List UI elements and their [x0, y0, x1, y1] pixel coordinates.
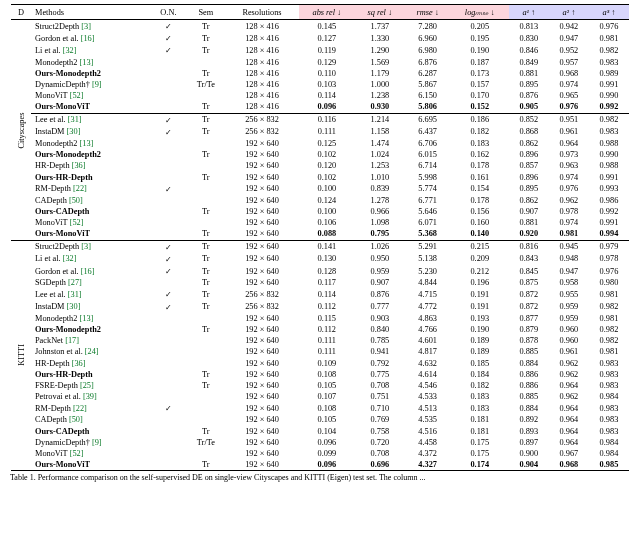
hdr-absrel: abs rel ↓	[299, 5, 355, 20]
metric-cell: 0.184	[451, 369, 509, 380]
cell-res: 192 × 640	[225, 195, 298, 206]
metric-cell: 0.152	[451, 101, 509, 113]
cell-sem: Tr	[186, 44, 225, 56]
metric-cell: 0.162	[451, 149, 509, 160]
table-row: Ours-CADepthTr192 × 6400.1040.7584.5160.…	[11, 426, 629, 437]
citation: [3]	[81, 22, 91, 31]
metric-cell: 1.010	[355, 171, 405, 182]
metric-cell: 0.960	[549, 324, 589, 335]
cell-on	[150, 313, 186, 324]
table-row: Gordon et al. [16]✓Tr192 × 6400.1280.959…	[11, 265, 629, 277]
metric-cell: 0.967	[549, 448, 589, 459]
citation: [16]	[81, 34, 95, 43]
cell-on: ✓	[150, 183, 186, 195]
metric-cell: 0.942	[549, 20, 589, 33]
metric-cell: 0.096	[299, 459, 355, 471]
metric-cell: 1.253	[355, 160, 405, 171]
metric-cell: 1.474	[355, 138, 405, 149]
cell-res: 192 × 640	[225, 391, 298, 402]
cell-on	[150, 160, 186, 171]
hdr-D: D	[11, 5, 31, 20]
cell-res: 128 × 416	[225, 90, 298, 101]
cell-res: 192 × 640	[225, 183, 298, 195]
metric-cell: 0.947	[549, 32, 589, 44]
citation: [52]	[70, 91, 84, 100]
metric-cell: 1.290	[355, 44, 405, 56]
cell-on	[150, 138, 186, 149]
cell-sem: Tr	[186, 369, 225, 380]
method-cell: CADepth [50]	[31, 414, 150, 425]
metric-cell: 0.105	[299, 380, 355, 391]
cell-on	[150, 391, 186, 402]
cell-sem: Tr	[186, 288, 225, 300]
table-row: Ours-CADepthTr192 × 6400.1000.9665.6460.…	[11, 206, 629, 217]
metric-cell: 1.238	[355, 90, 405, 101]
cell-on	[150, 57, 186, 68]
citation: [52]	[70, 218, 84, 227]
method-cell: Ours-HR-Depth	[31, 171, 150, 182]
metric-cell: 0.965	[549, 90, 589, 101]
metric-cell: 4.715	[405, 288, 451, 300]
metric-cell: 0.839	[355, 183, 405, 195]
method-cell: RM-Depth [22]	[31, 183, 150, 195]
cell-res: 192 × 640	[225, 357, 298, 368]
table-row: CADepth [50]192 × 6400.1050.7694.5350.18…	[11, 414, 629, 425]
metric-cell: 0.181	[451, 414, 509, 425]
citation: [31]	[68, 115, 82, 124]
metric-cell: 5.646	[405, 206, 451, 217]
metric-cell: 0.964	[549, 414, 589, 425]
metric-cell: 0.974	[549, 171, 589, 182]
metric-cell: 4.817	[405, 346, 451, 357]
table-row: Ours-Monodepth2Tr192 × 6400.1021.0246.01…	[11, 149, 629, 160]
citation: [39]	[83, 392, 97, 401]
cell-sem: Tr	[186, 171, 225, 182]
metric-cell: 6.437	[405, 126, 451, 138]
cell-res: 192 × 640	[225, 240, 298, 253]
metric-cell: 0.191	[451, 301, 509, 313]
metric-cell: 4.516	[405, 426, 451, 437]
table-row: Monodepth2 [13]128 × 4160.1291.5696.8760…	[11, 57, 629, 68]
cell-res: 192 × 640	[225, 426, 298, 437]
cell-sem	[186, 346, 225, 357]
metric-cell: 0.128	[299, 265, 355, 277]
metric-cell: 0.178	[451, 195, 509, 206]
metric-cell: 4.863	[405, 313, 451, 324]
dataset-label: Cityscapes	[11, 20, 31, 241]
cell-sem: Tr	[186, 277, 225, 288]
metric-cell: 5.806	[405, 101, 451, 113]
method-cell: DynamicDepth† [9]	[31, 437, 150, 448]
cell-sem	[186, 57, 225, 68]
cell-sem: Tr	[186, 126, 225, 138]
table-row: MonoViT [52]192 × 6400.1061.0986.0710.16…	[11, 217, 629, 228]
metric-cell: 0.175	[451, 437, 509, 448]
metric-cell: 0.696	[355, 459, 405, 471]
metric-cell: 0.189	[451, 335, 509, 346]
cell-on	[150, 437, 186, 448]
citation: [30]	[67, 127, 81, 136]
cell-sem: Tr	[186, 206, 225, 217]
metric-cell: 5.368	[405, 228, 451, 240]
cell-sem	[186, 90, 225, 101]
cell-on: ✓	[150, 240, 186, 253]
metric-cell: 0.708	[355, 380, 405, 391]
metric-cell: 0.978	[549, 206, 589, 217]
metric-cell: 5.230	[405, 265, 451, 277]
metric-cell: 0.816	[509, 240, 549, 253]
metric-cell: 0.991	[589, 217, 629, 228]
metric-cell: 0.962	[549, 369, 589, 380]
metric-cell: 0.988	[589, 138, 629, 149]
metric-cell: 0.124	[299, 195, 355, 206]
cell-sem	[186, 313, 225, 324]
metric-cell: 0.892	[509, 414, 549, 425]
metric-cell: 6.980	[405, 44, 451, 56]
metric-cell: 0.993	[589, 183, 629, 195]
citation: [24]	[85, 347, 99, 356]
metric-cell: 0.959	[549, 301, 589, 313]
metric-cell: 0.945	[549, 240, 589, 253]
method-cell: Johnston et al. [24]	[31, 346, 150, 357]
metric-cell: 6.695	[405, 113, 451, 126]
cell-sem	[186, 448, 225, 459]
metric-cell: 0.185	[451, 357, 509, 368]
metric-cell: 0.950	[355, 253, 405, 265]
metric-cell: 0.980	[589, 277, 629, 288]
